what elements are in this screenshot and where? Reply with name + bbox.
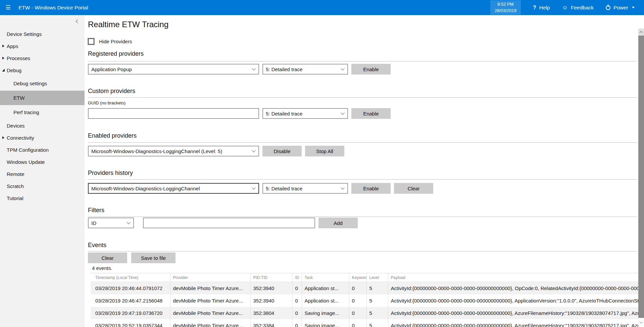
chevron-down-icon [127, 220, 130, 224]
clock: 8:52 PM 28/03/2019 [490, 0, 521, 15]
history-provider-select[interactable]: Microsoft-Windows-Diagnostics-LoggingCha… [88, 183, 259, 194]
sidebar-item-device-settings[interactable]: Device Settings [0, 28, 85, 40]
chevron-down-icon [341, 186, 344, 189]
history-provider-value: Microsoft-Windows-Diagnostics-LoggingCha… [91, 186, 200, 191]
cell-pid-tid: 352:3940 [250, 294, 292, 307]
sidebar-item-windows-update[interactable]: Windows Update [0, 156, 85, 168]
power-menu-button[interactable]: Power [606, 5, 635, 11]
sidebar-item-label: Perf tracing [13, 109, 39, 115]
collapsed-arrow-icon [2, 57, 4, 59]
page-title: Realtime ETW Tracing [88, 20, 644, 29]
sidebar-item-label: ETW [13, 95, 24, 101]
column-header-timestamp: Timestamp (Local Time) [91, 273, 170, 282]
sidebar-item-scratch[interactable]: Scratch [0, 180, 85, 192]
cell-provider: devMobile Photo Timer Azure... [170, 294, 250, 307]
clock-time: 8:52 PM [495, 1, 516, 8]
sidebar-item-remote[interactable]: Remote [0, 168, 85, 180]
hamburger-menu-icon[interactable]: ☰ [4, 4, 12, 11]
history-clear-button[interactable]: Clear [394, 183, 433, 194]
feedback-smiley-icon: ☺ [562, 4, 568, 11]
sidebar-item-debug[interactable]: Debug [0, 64, 85, 76]
cell-level: 5 [366, 319, 388, 327]
body: Device Settings Apps Processes Debug Deb… [0, 15, 644, 327]
collapsed-arrow-icon [2, 136, 4, 139]
sidebar-item-label: Remote [7, 171, 24, 177]
feedback-label: Feedback [571, 5, 594, 11]
top-bar-left: ☰ ETW - Windows Device Portal [0, 4, 88, 11]
scrollbar-up-button[interactable] [638, 29, 644, 36]
filter-add-button[interactable]: Add [318, 218, 358, 228]
filter-field-value: ID [91, 220, 96, 226]
app-title: ETW - Windows Device Portal [18, 5, 88, 11]
hide-providers-checkbox[interactable] [88, 38, 94, 45]
help-button[interactable]: ? Help [533, 5, 550, 11]
registered-level-select[interactable]: 5: Detailed trace [262, 64, 348, 75]
custom-providers-heading: Custom providers [88, 88, 637, 98]
cell-level: 5 [366, 282, 388, 294]
events-clear-button[interactable]: Clear [88, 252, 127, 263]
sidebar-item-etw[interactable]: ETW [0, 91, 85, 105]
cell-task: Application st... [302, 294, 349, 307]
table-row[interactable]: 03/28/2019 20:47:19.0736720 devMobile Ph… [91, 307, 644, 319]
guid-input[interactable] [88, 108, 259, 119]
sidebar-item-label: Scratch [7, 183, 24, 189]
stop-all-button[interactable]: Stop All [305, 146, 344, 156]
table-row[interactable]: 03/28/2019 20:46:47.2156048 devMobile Ph… [91, 294, 644, 307]
registered-provider-value: Application Popup [91, 66, 132, 72]
hide-providers-row: Hide Providers [88, 38, 644, 45]
enabled-providers-row: Microsoft-Windows-Diagnostics-LoggingCha… [88, 146, 644, 156]
cell-task: Saving image... [302, 307, 349, 319]
sidebar-item-label: TPM Configuration [7, 147, 49, 153]
enabled-provider-select[interactable]: Microsoft-Windows-Diagnostics-LoggingCha… [88, 146, 259, 156]
disable-button[interactable]: Disable [262, 146, 302, 156]
sidebar-item-tutorial[interactable]: Tutorial [0, 192, 85, 204]
clock-date: 28/03/2019 [495, 8, 516, 14]
help-icon: ? [533, 5, 536, 11]
table-row[interactable]: 03/28/2019 20:46:44.0791072 devMobile Ph… [91, 282, 644, 294]
registered-provider-select[interactable]: Application Popup [88, 64, 259, 75]
custom-level-value: 5: Detailed trace [266, 111, 302, 116]
expanded-arrow-icon [2, 69, 5, 72]
power-label: Power [613, 5, 628, 11]
events-heading: Events [88, 242, 637, 251]
cell-pid-tid: 352:3384 [250, 319, 292, 327]
cell-keyword: 0 [349, 319, 366, 327]
chevron-down-icon [341, 66, 344, 70]
sidebar-item-debug-settings[interactable]: Debug settings [0, 76, 85, 91]
scrollbar-thumb[interactable] [638, 36, 644, 318]
vertical-scrollbar [638, 15, 644, 327]
cell-provider: devMobile Photo Timer Azure... [170, 319, 250, 327]
sidebar-collapse-icon[interactable] [76, 19, 80, 24]
cell-level: 5 [366, 307, 388, 319]
filter-field-select[interactable]: ID [88, 218, 134, 228]
cell-id: 0 [292, 282, 302, 294]
chevron-down-icon [252, 186, 255, 189]
cell-payload: ActivityId:{00000000-0000-0000-0000-0000… [388, 319, 644, 327]
cell-id: 0 [292, 294, 302, 307]
registered-providers-heading: Registered providers [88, 50, 637, 61]
history-enable-button[interactable]: Enable [351, 183, 391, 194]
sidebar-item-label: Device Settings [7, 31, 42, 37]
custom-level-select[interactable]: 5: Detailed trace [262, 108, 348, 119]
cell-level: 5 [366, 294, 388, 307]
sidebar-item-processes[interactable]: Processes [0, 52, 85, 64]
custom-enable-button[interactable]: Enable [351, 108, 391, 119]
sidebar-item-apps[interactable]: Apps [0, 40, 85, 52]
save-to-file-button[interactable]: Save to file [131, 252, 176, 263]
registered-enable-button[interactable]: Enable [351, 64, 391, 75]
cell-timestamp: 03/28/2019 20:47:19.0736720 [91, 307, 170, 319]
chevron-down-icon [252, 66, 255, 70]
sidebar-item-tpm-configuration[interactable]: TPM Configuration [0, 144, 85, 156]
scrollbar-down-button[interactable] [638, 319, 644, 326]
sidebar-item-connectivity[interactable]: Connectivity [0, 132, 85, 144]
cell-task: Application st... [302, 282, 349, 294]
table-row[interactable]: 03/28/2019 20:52:19.0357344 devMobile Ph… [91, 319, 644, 327]
collapsed-arrow-icon [2, 45, 4, 47]
chevron-down-icon [252, 148, 255, 152]
filter-value-input[interactable] [143, 218, 315, 228]
sidebar-item-devices[interactable]: Devices [0, 120, 85, 132]
events-table-header: Timestamp (Local Time) Provider PID:TID … [91, 273, 644, 282]
sidebar-item-perf-tracing[interactable]: Perf tracing [0, 105, 85, 120]
feedback-button[interactable]: ☺ Feedback [562, 4, 594, 11]
history-level-select[interactable]: 5: Detailed trace [262, 183, 348, 194]
